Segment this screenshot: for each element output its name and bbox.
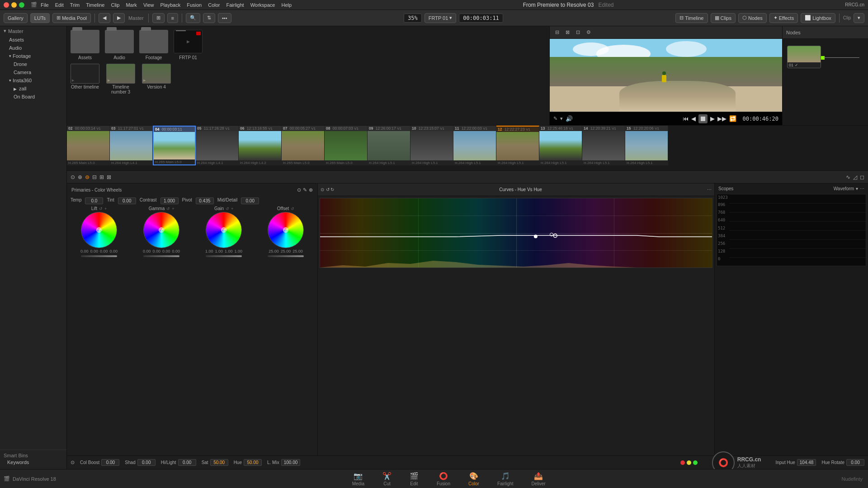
offset-wheel[interactable] xyxy=(268,212,304,248)
preview-options-button[interactable]: ⚙ xyxy=(585,28,593,36)
nav-back-button[interactable]: ◀ xyxy=(99,13,110,23)
lift-slider[interactable] xyxy=(81,255,117,257)
mid-detail-value[interactable]: 0.00 xyxy=(241,197,259,204)
timeline-clips-container[interactable]: 02 00:00:03:14 V1 H.265 Main L5.0 03 11:… xyxy=(67,126,868,170)
pivot-value[interactable]: 0.435 xyxy=(196,197,214,204)
offset-slider[interactable] xyxy=(268,255,304,257)
nodes-btn[interactable]: ⬡ Nodes xyxy=(738,13,767,23)
nav-forward-button[interactable]: ▶ xyxy=(113,13,125,23)
maximize-button[interactable] xyxy=(19,2,24,8)
timeline-clip-05[interactable]: 05 11:17:26:28 V1 H.264 High L4.1 xyxy=(196,126,239,165)
sidebar-item-camera[interactable]: Camera xyxy=(0,68,66,76)
luts-button[interactable]: LUTs xyxy=(30,13,50,23)
sort-button[interactable]: ⇅ xyxy=(203,13,215,23)
timeline-clip-13[interactable]: 13 12:25:46:18 V1 H.264 High L5.1 xyxy=(539,126,582,165)
tool-expand-button[interactable]: ▾ xyxy=(560,116,563,122)
bin-frtp01[interactable]: ▶ FRTP 01 xyxy=(174,30,203,60)
menu-playback[interactable]: Playback xyxy=(160,2,181,8)
color-tool-6[interactable]: ⊠ xyxy=(107,174,111,180)
next-frame-button[interactable]: ▶▶ xyxy=(717,115,726,122)
timeline-clip-03[interactable]: 03 11:17:27:01 V1 H.264 High L4.1 xyxy=(110,126,153,165)
tint-value[interactable]: 0.00 xyxy=(118,197,136,204)
contrast-value[interactable]: 1.000 xyxy=(160,197,179,204)
nav-tab-deliver[interactable]: 📤 Deliver xyxy=(522,470,554,488)
search-button[interactable]: 🔍 xyxy=(186,13,200,23)
master-section-header[interactable]: ▾ Master xyxy=(0,26,66,36)
timeline-clip-09[interactable]: 09 12:26:00:17 V1 H.264 High L5.1 xyxy=(368,126,410,165)
waveform-mode[interactable]: Waveform xyxy=(834,186,854,191)
preview-mode3-button[interactable]: ⊡ xyxy=(574,28,582,36)
hue-value[interactable]: 50.00 xyxy=(244,459,262,466)
curves-options-button[interactable]: ⋯ xyxy=(707,187,712,192)
curve-control-point-1[interactable] xyxy=(534,235,538,238)
curves-redo-button[interactable]: ↻ xyxy=(330,187,334,192)
color-tool-3-active[interactable]: ⊚ xyxy=(85,174,90,180)
timeline-clip-14[interactable]: 14 12:20:39:21 V1 H.264 High L5.1 xyxy=(582,126,625,165)
lightbox-btn[interactable]: ⬜ Lightbox xyxy=(801,13,835,23)
gain-reset-button[interactable]: ↺ xyxy=(226,206,229,211)
gain-options-button[interactable]: + xyxy=(231,206,233,211)
menu-edit[interactable]: Edit xyxy=(55,2,64,8)
go-start-button[interactable]: ⏮ xyxy=(683,115,689,122)
lift-reset-button[interactable]: ↺ xyxy=(99,206,103,211)
sidebar-item-keywords[interactable]: Keywords xyxy=(4,458,63,466)
lift-options-button[interactable]: + xyxy=(104,206,107,211)
primaries-link-button[interactable]: ⊕ xyxy=(309,187,313,193)
lift-wheel[interactable] xyxy=(81,212,117,248)
nav-tab-fairlight[interactable]: 🎵 Fairlight xyxy=(488,470,523,488)
color-tool-1[interactable]: ⊙ xyxy=(71,174,75,180)
sidebar-item-onboard[interactable]: On Board xyxy=(0,93,66,101)
gain-slider[interactable] xyxy=(206,255,242,257)
more-options-button[interactable]: ••• xyxy=(218,13,231,23)
clip-timeline-3[interactable]: ▶ Timeline number 3 xyxy=(105,64,137,94)
nav-tab-cut[interactable]: ✂️ Cut xyxy=(373,470,401,488)
menu-help[interactable]: Help xyxy=(281,2,292,8)
hue-rotate-value[interactable]: 0.00 xyxy=(846,459,864,466)
gallery-button[interactable]: Gallery xyxy=(4,13,28,23)
primaries-pencil-button[interactable]: ✎ xyxy=(303,187,307,193)
sidebar-item-zall[interactable]: ▶ zall xyxy=(0,84,66,93)
color-tool-5[interactable]: ⊞ xyxy=(99,174,104,180)
primaries-circle-button[interactable]: ⊙ xyxy=(297,187,301,193)
color-hist-button[interactable]: ◿ xyxy=(853,174,857,180)
sidebar-item-assets[interactable]: Assets xyxy=(0,36,66,44)
bin-assets[interactable]: Assets xyxy=(71,30,99,60)
sidebar-item-insta360[interactable]: ▾ Insta360 xyxy=(0,76,66,84)
curves-undo-button[interactable]: ↺ xyxy=(326,187,330,192)
frtp-selector[interactable]: FRTP 01 ▾ xyxy=(425,13,457,23)
stop-button[interactable]: ⏹ xyxy=(698,114,708,123)
nav-tab-media[interactable]: 📷 Media xyxy=(343,470,373,488)
menu-timeline[interactable]: Timeline xyxy=(86,2,104,8)
gain-wheel[interactable] xyxy=(206,212,242,248)
offset-reset-button[interactable]: ↺ xyxy=(291,206,294,211)
col-boost-value[interactable]: 0.00 xyxy=(101,459,119,466)
gamma-wheel[interactable] xyxy=(143,212,179,248)
timeline-clip-11[interactable]: 11 12:22:00:03 V1 H.264 High L5.1 xyxy=(453,126,496,165)
menu-fusion[interactable]: Fusion xyxy=(187,2,202,8)
shad-value[interactable]: 0.00 xyxy=(137,459,156,466)
timeline-clip-10[interactable]: 10 12:23:15:07 V1 H.264 High L5.1 xyxy=(410,126,453,165)
sidebar-item-drone[interactable]: Drone xyxy=(0,60,66,68)
menu-color[interactable]: Color xyxy=(208,2,220,8)
color-tool-4[interactable]: ⊟ xyxy=(92,174,97,180)
sidebar-item-audio[interactable]: Audio xyxy=(0,44,66,52)
audio-button[interactable]: 🔊 xyxy=(566,115,573,122)
timeline-clip-04[interactable]: 04 00:00:03:11 H.265 Main L5.0 xyxy=(153,126,196,165)
input-hue-value[interactable]: 104.48 xyxy=(797,459,816,466)
curves-reset-button[interactable]: ⊙ xyxy=(321,187,324,192)
gamma-options-button[interactable]: + xyxy=(172,206,174,211)
scopes-options-button[interactable]: ⋯ xyxy=(860,186,864,191)
menu-clip[interactable]: Clip xyxy=(111,2,119,8)
lmix-value[interactable]: 100.00 xyxy=(281,459,301,466)
clip-other-timeline[interactable]: ▶ Other timeline xyxy=(71,64,99,94)
curves-canvas[interactable] xyxy=(320,198,712,268)
timeline-clip-07[interactable]: 07 00:00:05:27 V1 H.265 Main L5.0 xyxy=(282,126,325,165)
gamma-reset-button[interactable]: ↺ xyxy=(166,206,170,211)
timeline-btn[interactable]: ⊟ Timeline xyxy=(675,13,708,23)
close-button[interactable] xyxy=(4,2,9,8)
sidebar-item-footage[interactable]: ▾ Footage xyxy=(0,52,66,60)
bin-audio[interactable]: Audio xyxy=(105,30,134,60)
clip-dropdown[interactable]: ▾ xyxy=(854,13,864,23)
node-01[interactable]: 01 ✓ xyxy=(787,46,821,68)
view-list-button[interactable]: ≡ xyxy=(167,13,178,23)
